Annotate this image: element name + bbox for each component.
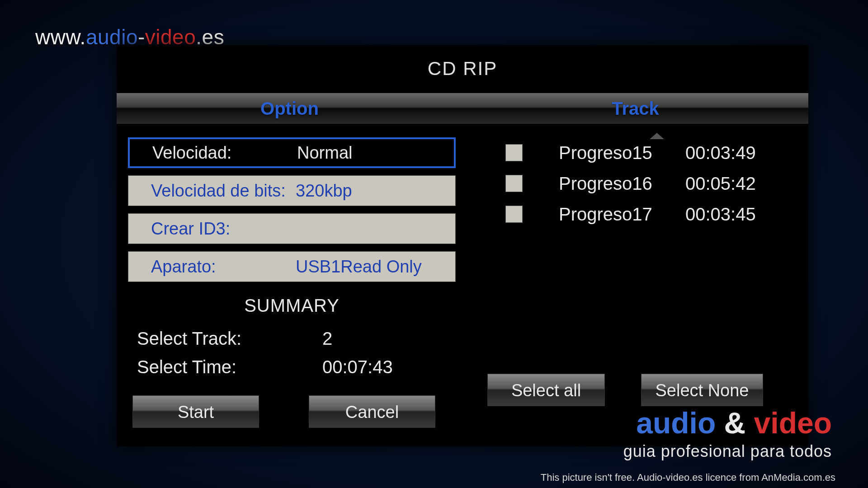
track-checkbox[interactable] — [505, 206, 523, 223]
summary-title: SUMMARY — [128, 296, 456, 316]
track-time: 00:03:45 — [685, 204, 756, 225]
licence-text: This picture isn't free. Audio-video.es … — [541, 472, 835, 483]
track-name: Progreso15 — [559, 143, 685, 163]
option-label: Velocidad: — [130, 143, 297, 163]
option-row-id3[interactable]: Crear ID3: — [128, 213, 456, 244]
option-row-bitrate[interactable]: Velocidad de bits: 320kbp — [128, 175, 456, 206]
summary-row-time: Select Time: 00:07:43 — [128, 357, 456, 377]
logo-block: audio & video guia profesional para todo… — [623, 406, 832, 461]
track-item[interactable]: Progreso17 00:03:45 — [505, 199, 790, 230]
summary-label: Select Track: — [128, 328, 322, 349]
summary-value: 2 — [322, 328, 456, 349]
track-checkbox[interactable] — [505, 144, 523, 161]
option-label: Crear ID3: — [128, 219, 296, 239]
option-label: Aparato: — [128, 257, 296, 277]
track-checkbox[interactable] — [505, 175, 523, 192]
cd-rip-panel: CD RIP Option Track Velocidad: Normal Ve… — [117, 45, 808, 446]
cancel-button[interactable]: Cancel — [309, 395, 435, 428]
column-header-option: Option — [117, 93, 462, 124]
option-value: 320kbp — [296, 181, 455, 201]
action-row-right: Select all Select None — [487, 374, 763, 406]
start-button[interactable]: Start — [132, 395, 259, 428]
logo-tagline: guia profesional para todos — [623, 442, 832, 461]
track-name: Progreso16 — [559, 174, 685, 194]
watermark-www: www. — [35, 25, 86, 49]
option-row-speed[interactable]: Velocidad: Normal — [128, 137, 456, 168]
summary-label: Select Time: — [128, 357, 322, 377]
track-item[interactable]: Progreso15 00:03:49 — [505, 137, 790, 168]
logo-video: video — [754, 406, 832, 440]
options-column: Velocidad: Normal Velocidad de bits: 320… — [117, 137, 456, 428]
option-label: Velocidad de bits: — [128, 181, 296, 201]
column-header-track: Track — [462, 93, 808, 124]
logo-audio: audio — [636, 406, 716, 440]
track-time: 00:05:42 — [685, 174, 756, 194]
summary-value: 00:07:43 — [322, 357, 456, 377]
select-all-button[interactable]: Select all — [487, 374, 605, 406]
track-name: Progreso17 — [559, 204, 685, 225]
action-row-left: Start Cancel — [128, 395, 456, 428]
track-column: Progreso15 00:03:49 Progreso16 00:05:42 … — [456, 137, 808, 428]
option-value: Normal — [297, 143, 454, 163]
column-header-row: Option Track — [117, 93, 808, 124]
select-none-button[interactable]: Select None — [641, 374, 763, 406]
logo-line: audio & video — [623, 406, 832, 440]
logo-amp: & — [716, 406, 754, 440]
option-value: USB1Read Only — [296, 257, 455, 277]
track-item[interactable]: Progreso16 00:05:42 — [505, 168, 790, 199]
track-time: 00:03:49 — [685, 143, 756, 163]
summary-row-tracks: Select Track: 2 — [128, 328, 456, 349]
scroll-up-icon[interactable] — [650, 133, 664, 139]
page-title: CD RIP — [117, 45, 808, 93]
option-row-device[interactable]: Aparato: USB1Read Only — [128, 251, 456, 282]
